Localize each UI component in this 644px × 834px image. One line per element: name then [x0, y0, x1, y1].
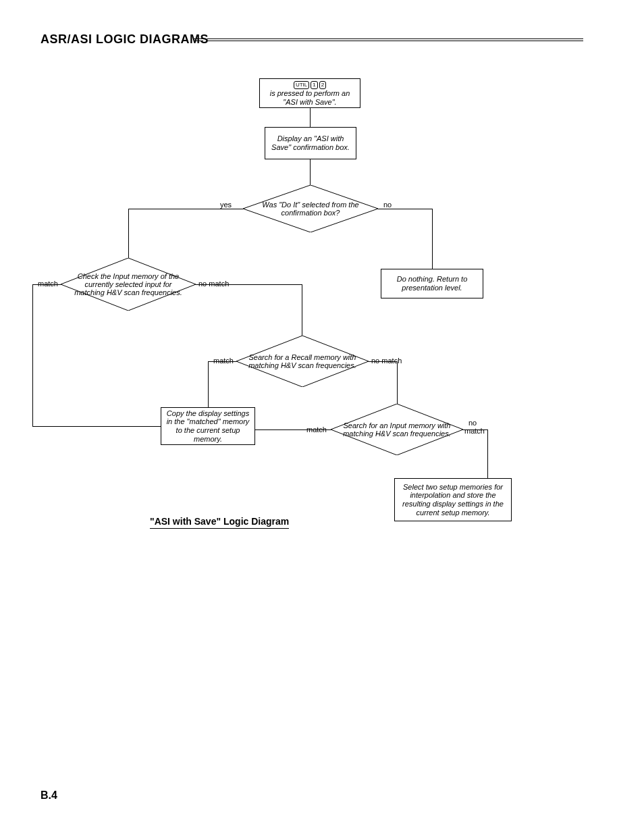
connector	[378, 209, 432, 209]
connector	[208, 361, 236, 362]
key-2: 2	[319, 81, 326, 89]
connector	[32, 284, 61, 285]
nomatch-label-line1: no	[468, 419, 477, 427]
search-input-decision: Search for an Input memory with matching…	[331, 404, 463, 455]
connector	[432, 209, 433, 269]
match-label: match	[213, 357, 234, 365]
no-label: no	[383, 201, 392, 209]
connector	[302, 284, 302, 336]
search-input-text: Search for an Input memory with matching…	[331, 421, 463, 438]
copy-box: Copy the display settings in the "matche…	[161, 407, 255, 445]
yes-label: yes	[220, 201, 232, 209]
connector	[487, 429, 488, 478]
connector	[196, 284, 302, 285]
copy-text: Copy the display settings in the "matche…	[165, 409, 250, 444]
diagram-title: "ASI with Save" Logic Diagram	[150, 516, 289, 529]
match-label: match	[38, 280, 58, 288]
connector	[463, 429, 487, 430]
connector	[128, 209, 243, 209]
do-nothing-box: Do nothing. Return to presentation level…	[381, 269, 483, 298]
interpolate-text: Select two setup memories for interpolat…	[399, 483, 507, 517]
connector	[208, 361, 209, 407]
page-header: ASR/ASI LOGIC DIAGRAMS	[41, 32, 583, 47]
nomatch-label: no match	[198, 280, 229, 288]
confirm-text: Display an "ASI with Save" confirmation …	[269, 134, 352, 151]
connector	[255, 429, 331, 430]
do-nothing-text: Do nothing. Return to presentation level…	[385, 275, 479, 292]
flowchart: UTIL12 is pressed to perform an "ASI wit…	[41, 74, 603, 547]
nomatch-label-line2: match	[464, 427, 485, 435]
check-input-decision: Check the Input memory of the currently …	[61, 258, 196, 311]
page-number: B.4	[41, 789, 57, 802]
connector	[369, 361, 397, 362]
key-sequence: UTIL12	[293, 80, 327, 89]
connector	[128, 209, 129, 258]
page-title: ASR/ASI LOGIC DIAGRAMS	[41, 32, 209, 46]
doit-decision: Was "Do It" selected from the confirmati…	[243, 185, 378, 232]
search-recall-decision: Search for a Recall memory with matching…	[236, 336, 369, 387]
key-1: 1	[311, 81, 317, 89]
doit-text: Was "Do It" selected from the confirmati…	[243, 201, 378, 217]
connector	[32, 284, 33, 426]
connector	[310, 108, 311, 127]
connector	[32, 426, 161, 427]
check-input-text: Check the Input memory of the currently …	[61, 272, 196, 296]
confirm-box: Display an "ASI with Save" confirmation …	[265, 127, 356, 159]
connector	[310, 159, 311, 185]
start-text: is pressed to perform an "ASI with Save"…	[264, 89, 356, 106]
util-key: UTIL	[294, 81, 309, 89]
interpolate-box: Select two setup memories for interpolat…	[394, 478, 512, 521]
connector	[397, 361, 398, 404]
search-recall-text: Search for a Recall memory with matching…	[236, 353, 369, 369]
start-box: UTIL12 is pressed to perform an "ASI wit…	[259, 78, 360, 108]
